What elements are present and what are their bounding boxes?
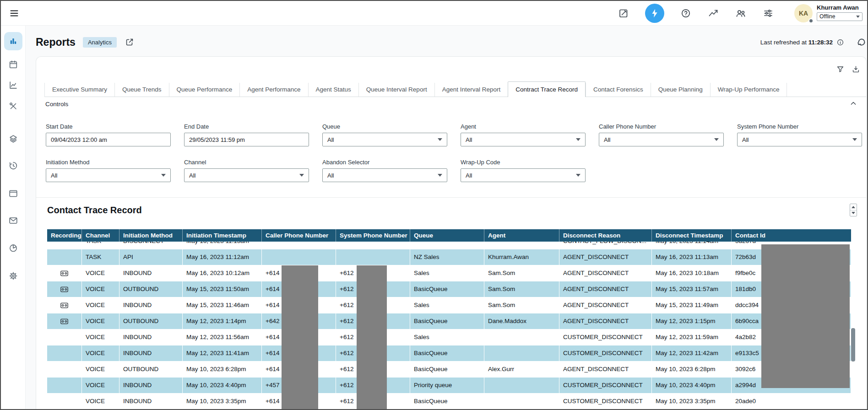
sidebar-item-tools[interactable]: [4, 97, 22, 115]
table-row[interactable]: VOICEINBOUNDMay 15, 2023 11:46am+614+612…: [47, 297, 851, 313]
filter-button[interactable]: [835, 64, 845, 74]
preferences-button[interactable]: [762, 7, 774, 19]
refresh-button[interactable]: [856, 37, 867, 48]
layers-icon: [8, 134, 18, 144]
directory-button[interactable]: [735, 7, 747, 19]
table-row[interactable]: VOICEINBOUNDMay 12, 2023 11:56am+614+612…: [47, 329, 851, 345]
table-row[interactable]: VOICEOUTBOUNDMay 12, 2023 1:14pm+642+612…: [47, 313, 851, 329]
filter-select-queue[interactable]: All: [322, 133, 447, 146]
tab-agent-status[interactable]: Agent Status: [308, 83, 358, 97]
cell: CUSTOMER_DISCONNECT: [559, 394, 652, 410]
sidebar-item-pie[interactable]: [4, 239, 22, 257]
controls-collapse-button[interactable]: [848, 98, 859, 109]
help-button[interactable]: [680, 7, 692, 19]
tab-agent-performance[interactable]: Agent Performance: [239, 83, 308, 97]
filter-label: Channel: [184, 159, 309, 166]
cell: VOICE: [82, 345, 119, 361]
last-refreshed-label: Last refreshed at: [760, 39, 807, 46]
recording-cell: [47, 265, 82, 281]
cell: VOICE: [82, 361, 119, 378]
notes-button[interactable]: [618, 7, 629, 19]
user-name: Khurram Awan: [817, 5, 863, 11]
column-header-caller-phone-number[interactable]: Caller Phone Number: [262, 229, 336, 242]
column-header-initiation-method[interactable]: Initiation Method: [119, 229, 183, 242]
table-row[interactable]: VOICEINBOUNDMay 10, 2023 3:35pm+614+612B…: [47, 394, 851, 410]
cell: [484, 378, 559, 394]
column-header-recording[interactable]: Recording: [47, 229, 82, 242]
table-header-row: RecordingChannelInitiation MethodInitiat…: [47, 229, 851, 242]
status-select[interactable]: Offline: [817, 12, 863, 21]
avatar[interactable]: KA: [794, 4, 813, 22]
sidebar: [1, 26, 26, 409]
column-header-queue[interactable]: Queue: [410, 229, 484, 242]
tab-queue-interval-report[interactable]: Queue Interval Report: [358, 83, 434, 97]
sidebar-item-mail[interactable]: [4, 211, 22, 230]
table-row[interactable]: VOICEINBOUNDMay 12, 2023 11:41am+614+612…: [47, 345, 851, 361]
open-external-button[interactable]: [124, 37, 135, 48]
scroll-down-button[interactable]: [850, 210, 857, 216]
export-button[interactable]: [851, 64, 861, 74]
column-header-disconnect-reason[interactable]: Disconnect Reason: [559, 229, 652, 242]
sidebar-item-layers[interactable]: [4, 129, 22, 148]
scroll-up-button[interactable]: [850, 204, 857, 210]
sidebar-item-settings[interactable]: [4, 267, 22, 285]
filter-input-end-date[interactable]: 29/05/2023 11:59 pm: [184, 133, 309, 146]
column-header-channel[interactable]: Channel: [82, 229, 119, 242]
column-header-system-phone-number[interactable]: System Phone Number: [336, 229, 410, 242]
metrics-button[interactable]: [707, 7, 719, 19]
tab-queue-trends[interactable]: Queue Trends: [114, 83, 169, 97]
filter-select-wrap-up-code[interactable]: All: [461, 168, 586, 182]
tab-agent-interval-report[interactable]: Agent Interval Report: [434, 83, 508, 97]
column-header-contact-id[interactable]: Contact Id: [732, 229, 851, 242]
tab-queue-performance[interactable]: Queue Performance: [169, 83, 240, 97]
avatar-initials: KA: [799, 10, 808, 17]
tab-queue-planning[interactable]: Queue Planning: [651, 83, 710, 97]
column-header-agent[interactable]: Agent: [484, 229, 559, 242]
scrollbar-thumb[interactable]: [851, 328, 855, 361]
tab-contract-trace-record[interactable]: Contract Trace Record: [508, 81, 586, 97]
table-row[interactable]: VOICEOUTBOUNDMay 15, 2023 11:50am+614+61…: [47, 281, 851, 297]
tab-wrap-up-performance[interactable]: Wrap-Up Performance: [710, 83, 787, 97]
page-header: Reports Analytics Last refreshed at 11:2…: [36, 32, 867, 52]
table-row[interactable]: VOICEINBOUNDMay 10, 2023 4:40pm+457+612P…: [47, 378, 851, 394]
column-header-initiation-timestamp[interactable]: Initiation Timestamp: [183, 229, 262, 242]
topbar: KA Khurram Awan Offline: [1, 1, 867, 26]
sidebar-item-apps[interactable]: [4, 184, 22, 203]
filter-select-abandon-selector[interactable]: All: [322, 168, 447, 182]
info-icon[interactable]: [836, 38, 844, 46]
table-row[interactable]: VOICEOUTBOUNDMay 10, 2023 6:28pm+614+612…: [47, 361, 851, 378]
cell: VOICE: [82, 313, 119, 329]
filter-select-initiation-method[interactable]: All: [46, 168, 171, 182]
funnel-icon: [836, 65, 845, 74]
table-scroll-stepper[interactable]: [850, 204, 857, 216]
cell: TASK: [82, 242, 119, 249]
filter-select-agent[interactable]: All: [461, 133, 586, 146]
filter-value: 29/05/2023 11:59 pm: [189, 136, 245, 143]
filter-label: Caller Phone Number: [599, 123, 724, 130]
column-header-disconnect-timestamp[interactable]: Disconnect Timestamp: [652, 229, 732, 242]
filter-input-start-date[interactable]: 09/04/2023 12:00 am: [46, 133, 171, 146]
filter-select-system-phone-number[interactable]: All: [737, 133, 862, 146]
hamburger-menu-button[interactable]: [8, 7, 20, 19]
cell: OUTBOUND: [119, 281, 183, 297]
user-meta: Khurram Awan Offline: [817, 4, 863, 21]
sidebar-item-history[interactable]: [4, 156, 22, 175]
filter-label: Abandon Selector: [322, 159, 447, 166]
sidebar-item-metrics[interactable]: [4, 76, 22, 94]
cell: [262, 242, 336, 249]
sidebar-item-reports[interactable]: [4, 32, 22, 50]
table-row[interactable]: TASKDISCONNECTMay 16, 2023 11:13amCONTAC…: [47, 242, 851, 249]
filter-label: End Date: [184, 123, 309, 130]
table-row[interactable]: VOICEINBOUNDMay 16, 2023 10:12am+614+612…: [47, 265, 851, 281]
cell: VOICE: [82, 281, 119, 297]
sidebar-item-calendar[interactable]: [4, 55, 22, 74]
table-row[interactable]: TASKAPIMay 16, 2023 11:12amNZ SalesKhurr…: [47, 249, 851, 265]
chevron-down-icon: [852, 138, 857, 141]
tab-contact-forensics[interactable]: Contact Forensics: [586, 83, 651, 97]
tab-executive-summary[interactable]: Executive Summary: [44, 83, 114, 97]
quick-connect-button[interactable]: [645, 4, 664, 23]
filter-select-caller-phone-number[interactable]: All: [599, 133, 724, 146]
cell: INBOUND: [119, 378, 183, 394]
cell: May 10, 2023 4:40pm: [652, 378, 732, 394]
filter-select-channel[interactable]: All: [184, 168, 309, 182]
